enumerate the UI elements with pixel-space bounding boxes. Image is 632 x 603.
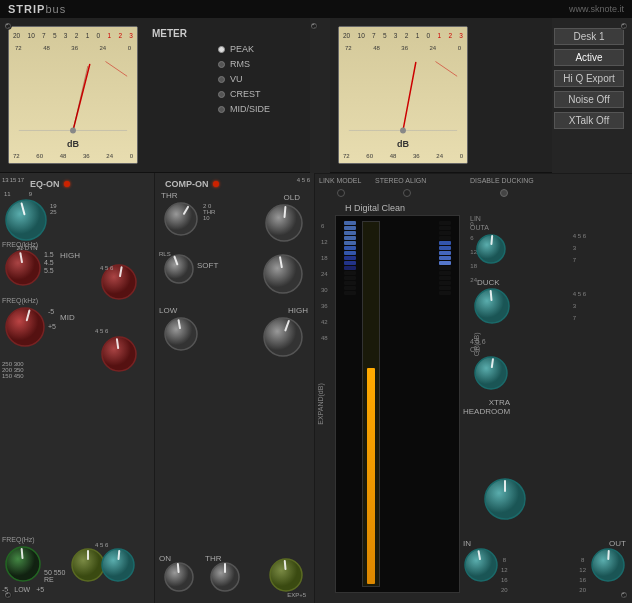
svg-point-9 [6, 200, 46, 240]
meter-option-vu[interactable]: VU [218, 74, 270, 84]
eq-on-area: EQ-ON [30, 179, 70, 189]
comp-large-knob[interactable] [262, 253, 304, 297]
rms-dot [218, 61, 225, 68]
eq-freq1-label: FREQ(kHz) [2, 241, 38, 248]
vu-meter-left: 20 10 7 5 3 2 1 0 1 2 3 72 48 36 [8, 26, 138, 164]
svg-point-11 [6, 251, 40, 285]
disable-ducking-label: DISABLE DUCKING [470, 177, 534, 184]
level-meter-left [344, 221, 356, 587]
svg-line-16 [22, 549, 23, 558]
svg-line-26 [285, 207, 286, 217]
svg-point-49 [465, 549, 497, 581]
old-label: OLD [284, 193, 300, 202]
comp-low-knob[interactable] [163, 316, 199, 354]
meter-option-crest[interactable]: CREST [218, 89, 270, 99]
comp-rls-knob[interactable] [163, 253, 195, 287]
svg-line-38 [178, 564, 179, 572]
svg-line-22 [117, 339, 118, 348]
eq-low-freq-knob[interactable] [4, 545, 42, 585]
svg-point-35 [264, 318, 302, 356]
meter-option-midside[interactable]: MID/SIDE [218, 104, 270, 114]
vu-db-label-right: dB [339, 139, 467, 149]
meter-label: METER [152, 28, 187, 45]
soft-label: SOFT [197, 261, 218, 270]
duck-label: DUCK [477, 278, 500, 287]
eq-freq3-label: FREQ(Hz) [2, 536, 35, 543]
eq-mid-knob[interactable] [4, 306, 46, 350]
noise-button[interactable]: Noise Off [554, 91, 624, 108]
link-model-dot[interactable] [337, 189, 345, 197]
svg-point-27 [165, 203, 197, 235]
ch-label: 4 5 6 CH [470, 338, 486, 353]
meter-option-peak[interactable]: PEAK [218, 44, 270, 54]
expand-label: EXPAND(dB) [317, 383, 324, 425]
vu-bg-left: 20 10 7 5 3 2 1 0 1 2 3 72 48 36 [9, 27, 137, 163]
ch-knob[interactable] [473, 355, 509, 393]
eq-on-led[interactable] [64, 181, 70, 187]
svg-line-4 [105, 61, 127, 76]
svg-line-46 [491, 291, 492, 300]
svg-line-8 [435, 62, 457, 77]
svg-point-45 [475, 289, 509, 323]
duck-knob[interactable] [473, 287, 511, 327]
disable-ducking-dot[interactable] [500, 189, 508, 197]
eq-low2-knob[interactable] [100, 547, 136, 585]
crest-dot [218, 91, 225, 98]
desk-button[interactable]: Desk 1 [554, 28, 624, 45]
svg-line-34 [179, 320, 180, 328]
comp-thr2-knob[interactable] [209, 561, 241, 595]
comp-display-box: EXPAND(dB) GR(dB) [335, 215, 460, 593]
plugin-container: STRIPbus www.sknote.it 20 10 7 5 3 2 1 0… [0, 0, 632, 603]
svg-point-25 [266, 205, 302, 241]
eq-high-label: HIGH [60, 249, 80, 260]
app-title: STRIPbus [8, 3, 66, 15]
svg-line-50 [479, 551, 480, 559]
right-panel-bottom: LINK MODEL STEREO ALIGN DISABLE DUCKING … [315, 173, 632, 603]
vu-dot [218, 76, 225, 83]
comp-old-knob[interactable] [264, 203, 304, 245]
low-label: LOW [159, 306, 177, 315]
eq-mid-label: MID [60, 313, 75, 322]
xtra-headroom-label: XTRA HEADROOM [463, 398, 510, 416]
svg-point-47 [475, 357, 507, 389]
right-meter-panel: 20 10 7 5 3 2 1 0 1 2 3 72 48 36 24 [330, 18, 552, 173]
xtra-knob[interactable] [483, 477, 527, 523]
comp-on-area: COMP-ON [165, 179, 219, 189]
svg-point-29 [165, 255, 193, 283]
gr-meter-right [439, 221, 451, 587]
link-model-label: LINK MODEL [319, 177, 361, 184]
svg-point-15 [6, 547, 40, 581]
comp-section: COMP-ON 4 5 6 OLD THR [155, 173, 315, 603]
svg-point-31 [264, 255, 302, 293]
thr-label: THR [161, 191, 177, 200]
comp-on-knob[interactable] [163, 561, 195, 595]
xtalk-button[interactable]: XTalk Off [554, 112, 624, 129]
eq-dyn-knob[interactable] [4, 198, 50, 244]
svg-point-7 [400, 127, 406, 133]
comp-exp-knob[interactable] [268, 557, 304, 595]
svg-line-48 [492, 359, 493, 367]
eq-hi-freq-knob[interactable] [4, 249, 42, 289]
svg-line-6 [403, 63, 416, 131]
comp-thr-knob[interactable] [163, 201, 199, 239]
screw-tl [4, 22, 12, 30]
in-knob[interactable] [463, 547, 499, 585]
comp-high-knob[interactable] [262, 316, 304, 360]
screw-bl [4, 591, 12, 599]
left-meter-panel: 20 10 7 5 3 2 1 0 1 2 3 72 48 36 [0, 18, 310, 173]
meter-options: PEAK RMS VU CREST MID/SIDE [218, 44, 270, 114]
meter-option-rms[interactable]: RMS [218, 59, 270, 69]
active-button[interactable]: Active [554, 49, 624, 66]
lin-label: LIN OUTA [470, 215, 489, 231]
screw-ml [310, 22, 318, 30]
eq-mid-high-knob[interactable] [100, 335, 138, 375]
stereo-align-dot[interactable] [403, 189, 411, 197]
vu-meter-right: 20 10 7 5 3 2 1 0 1 2 3 72 48 36 24 [338, 26, 468, 164]
hiq-button[interactable]: Hi Q Export [554, 70, 624, 87]
divider [315, 173, 632, 174]
out-knob[interactable] [590, 547, 626, 585]
outa-knob[interactable] [475, 233, 507, 267]
svg-line-24 [119, 551, 120, 559]
svg-line-44 [491, 236, 492, 244]
comp-on-led[interactable] [213, 181, 219, 187]
